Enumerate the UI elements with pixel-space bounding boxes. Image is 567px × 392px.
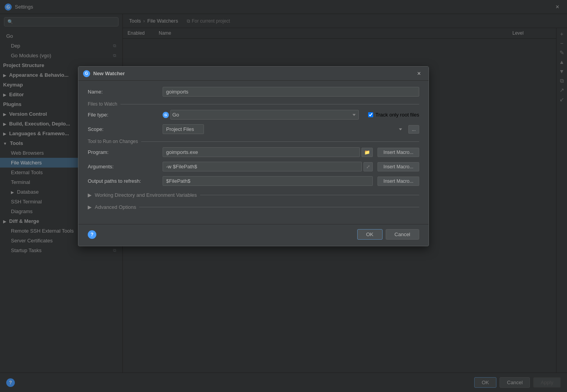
file-type-container: G Go Track only root files [163, 110, 419, 120]
tool-to-run-divider: Tool to Run on Changes [88, 139, 419, 144]
file-type-label: File type: [88, 112, 158, 118]
name-input[interactable] [163, 87, 419, 97]
scope-select[interactable]: Project Files [163, 124, 204, 134]
dialog-body: Name: Files to Watch File type: G Go Tr [78, 81, 429, 221]
output-paths-label: Output paths to refresh: [88, 178, 158, 184]
output-insert-macro-button[interactable]: Insert Macro... [377, 177, 419, 186]
scope-label: Scope: [88, 126, 158, 132]
track-root-label: Track only root files [376, 112, 419, 118]
arguments-container: ⤢ [163, 162, 373, 171]
scope-container: Project Files ... [163, 124, 419, 134]
files-to-watch-label: Files to Watch [88, 101, 117, 107]
go-file-icon: G [163, 112, 169, 118]
file-type-chevron [353, 114, 356, 116]
track-root-checkbox[interactable] [368, 112, 373, 117]
program-insert-macro-button[interactable]: Insert Macro... [377, 148, 419, 157]
dialog-icon: G [83, 70, 90, 77]
program-input[interactable] [163, 147, 360, 157]
output-paths-input[interactable] [163, 176, 373, 186]
file-type-row: File type: G Go Track only root files [88, 110, 419, 120]
advanced-label: Advanced Options [95, 204, 136, 210]
name-label: Name: [88, 89, 158, 95]
dialog-help-button[interactable]: ? [88, 230, 96, 239]
working-dir-section[interactable]: ▶ Working Directory and Environment Vari… [88, 191, 419, 200]
dialog-title-bar: G New Watcher × [78, 67, 429, 81]
advanced-options-section[interactable]: ▶ Advanced Options [88, 203, 419, 212]
scope-ellipsis-button[interactable]: ... [408, 125, 419, 134]
output-paths-row: Output paths to refresh: Insert Macro... [88, 176, 419, 186]
name-row: Name: [88, 87, 419, 97]
tool-to-run-label: Tool to Run on Changes [88, 139, 138, 144]
program-browse-button[interactable]: 📁 [361, 148, 373, 157]
dialog-footer-buttons: OK Cancel [357, 229, 419, 240]
scope-chevron [399, 128, 402, 130]
files-to-watch-divider: Files to Watch [88, 101, 419, 107]
scope-row: Scope: Project Files ... [88, 124, 419, 134]
arguments-input[interactable] [163, 162, 362, 171]
new-watcher-dialog: G New Watcher × Name: Files to Watch Fil… [78, 66, 429, 246]
program-row: Program: 📁 Insert Macro... [88, 147, 419, 157]
arguments-expand-button[interactable]: ⤢ [363, 162, 373, 171]
program-container: 📁 [163, 147, 373, 157]
dialog-close-button[interactable]: × [414, 69, 424, 79]
track-root-container: Track only root files [368, 112, 419, 118]
dialog-cancel-button[interactable]: Cancel [386, 229, 419, 240]
advanced-arrow: ▶ [88, 204, 92, 210]
working-dir-arrow: ▶ [88, 192, 92, 198]
program-label: Program: [88, 149, 158, 155]
arguments-insert-macro-button[interactable]: Insert Macro... [377, 162, 419, 171]
arguments-row: Arguments: ⤢ Insert Macro... [88, 162, 419, 171]
dialog-footer: ? OK Cancel [78, 224, 429, 246]
working-dir-label: Working Directory and Environment Variab… [95, 192, 197, 198]
dialog-title: New Watcher [93, 71, 414, 76]
dialog-ok-button[interactable]: OK [357, 229, 383, 240]
working-dir-line [200, 195, 419, 195]
advanced-line [139, 207, 419, 207]
file-type-select[interactable]: Go [170, 110, 359, 120]
arguments-label: Arguments: [88, 164, 158, 170]
